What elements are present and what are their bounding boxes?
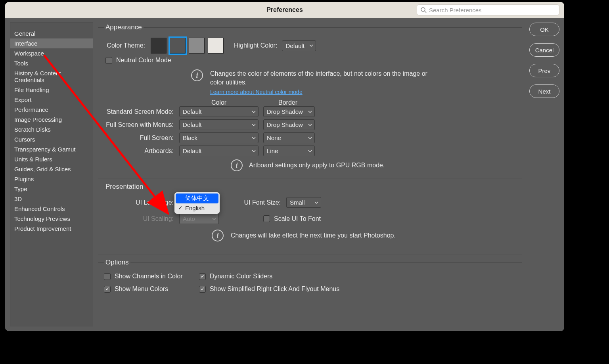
sidebar-item-type[interactable]: Type [10,184,93,194]
sidebar-item-workspace[interactable]: Workspace [10,48,93,58]
neutral-color-mode-label: Neutral Color Mode [116,57,171,64]
screen-mode-row: Standard Screen Mode:DefaultDrop Shadow [104,106,516,117]
ui-scaling-label: UI Scaling: [104,215,179,222]
screen-mode-border-value: Drop Shadow [267,121,303,128]
option-checkbox[interactable]: ✓ [199,286,206,293]
sidebar-item-technology-previews[interactable]: Technology Previews [10,214,93,224]
next-button[interactable]: Next [529,84,559,98]
chevron-down-icon [308,136,312,140]
appearance-legend: Appearance [104,23,144,31]
neutral-mode-description: Changes the color of elements of the int… [210,69,432,86]
screen-mode-label: Standard Screen Mode: [104,108,179,115]
screen-mode-color-dropdown[interactable]: Black [179,132,259,143]
highlight-color-dropdown[interactable]: Default [282,40,316,51]
options-legend: Options [104,259,130,266]
theme-swatch-medium[interactable] [189,38,205,54]
sidebar-item-history-content-credentials[interactable]: History & Content Credentials [10,68,93,85]
screen-mode-color-dropdown[interactable]: Default [179,146,259,156]
option-row: ✓Show Menu Colors [104,285,199,293]
screen-mode-color-dropdown[interactable]: Default [179,106,259,117]
restart-note: Changes will take effect the next time y… [231,232,396,239]
column-header-color: Color [178,99,260,106]
color-theme-label: Color Theme: [104,42,151,49]
svg-point-0 [421,8,425,11]
info-icon: i [191,69,203,81]
language-option[interactable]: English✓ [176,203,218,213]
preferences-window: Preferences GeneralInterfaceWorkspaceToo… [5,2,565,331]
option-row: Show Channels in Color [104,273,199,280]
ok-button[interactable]: OK [529,23,559,36]
sidebar-item-units-rulers[interactable]: Units & Rulers [10,154,93,164]
ui-scaling-dropdown: Auto [179,213,219,224]
theme-swatch-darkest[interactable] [151,38,167,54]
color-theme-swatches [151,38,224,54]
screen-mode-row: Artboards:DefaultLine [104,146,516,156]
sidebar-item-3d[interactable]: 3D [10,194,93,204]
ui-font-size-dropdown[interactable]: Small [286,197,321,208]
screen-mode-label: Artboards: [104,148,179,155]
option-checkbox[interactable]: ✓ [104,286,111,293]
language-option[interactable]: 简体中文 [176,193,218,203]
screen-mode-color-value: Black [183,134,197,141]
chevron-down-icon [252,123,256,127]
option-row: ✓Show Simplified Right Click And Flyout … [199,285,516,293]
info-icon: i [231,159,243,171]
cancel-button[interactable]: Cancel [529,43,559,57]
sidebar-item-export[interactable]: Export [10,95,93,105]
sidebar-item-cursors[interactable]: Cursors [10,134,93,144]
column-header-border: Border [260,99,316,106]
scale-ui-to-font-checkbox[interactable] [263,215,270,222]
option-label: Show Menu Colors [115,285,168,293]
neutral-color-mode-checkbox[interactable] [105,57,112,64]
chevron-down-icon [309,44,313,48]
screen-mode-border-dropdown[interactable]: Drop Shadow [263,106,315,117]
sidebar-item-transparency-gamut[interactable]: Transparency & Gamut [10,144,93,154]
screen-mode-label: Full Screen: [104,134,179,142]
screen-mode-label: Full Screen with Menus: [104,121,179,128]
sidebar-item-file-handling[interactable]: File Handling [10,85,93,95]
sidebar-item-scratch-disks[interactable]: Scratch Disks [10,125,93,134]
ui-language-label: UI Language: [104,199,179,206]
main-panel: Appearance Color Theme: Highlight Color:… [96,18,525,331]
sidebar-item-product-improvement[interactable]: Product Improvement [10,224,93,234]
option-label: Show Simplified Right Click And Flyout M… [210,285,339,293]
option-label: Dynamic Color Sliders [210,273,272,280]
option-checkbox[interactable]: ✓ [199,273,206,280]
prev-button[interactable]: Prev [529,64,559,77]
theme-swatch-light[interactable] [208,38,224,54]
sidebar-item-enhanced-controls[interactable]: Enhanced Controls [10,204,93,214]
chevron-down-icon [212,217,216,221]
screen-mode-border-dropdown[interactable]: Drop Shadow [263,119,315,130]
titlebar: Preferences [5,2,564,18]
option-row: ✓Dynamic Color Sliders [199,273,516,280]
window-body: GeneralInterfaceWorkspaceToolsHistory & … [5,18,564,331]
sidebar-item-guides-grid-slices[interactable]: Guides, Grid & Slices [10,164,93,174]
dialog-buttons: OK Cancel Prev Next [525,18,564,331]
screen-mode-border-dropdown[interactable]: None [263,132,315,143]
screen-mode-row: Full Screen with Menus:DefaultDrop Shado… [104,119,516,130]
chevron-down-icon [308,123,312,127]
theme-swatch-dark[interactable] [170,38,186,54]
screen-mode-color-value: Default [183,148,202,154]
chevron-down-icon [308,149,312,153]
chevron-down-icon [252,149,256,153]
sidebar-item-plugins[interactable]: Plugins [10,174,93,184]
ui-font-size-value: Small [290,199,305,206]
screen-mode-color-dropdown[interactable]: Default [179,119,259,130]
sidebar-item-tools[interactable]: Tools [10,58,93,68]
screen-mode-color-value: Default [183,108,202,115]
sidebar: GeneralInterfaceWorkspaceToolsHistory & … [10,23,93,326]
sidebar-item-general[interactable]: General [10,29,93,38]
sidebar-item-performance[interactable]: Performance [10,105,93,115]
option-checkbox[interactable] [104,273,111,280]
svg-line-1 [425,11,426,13]
search-field-wrap[interactable] [417,4,559,15]
chevron-down-icon [252,136,256,140]
sidebar-item-interface[interactable]: Interface [10,38,93,48]
sidebar-item-image-processing[interactable]: Image Processing [10,115,93,125]
highlight-color-label: Highlight Color: [234,42,277,49]
neutral-mode-learn-more-link[interactable]: Learn more about Neutral color mode [210,89,303,95]
appearance-panel: Appearance Color Theme: Highlight Color:… [98,23,522,179]
screen-mode-border-dropdown[interactable]: Line [263,146,315,156]
search-input[interactable] [429,7,556,13]
